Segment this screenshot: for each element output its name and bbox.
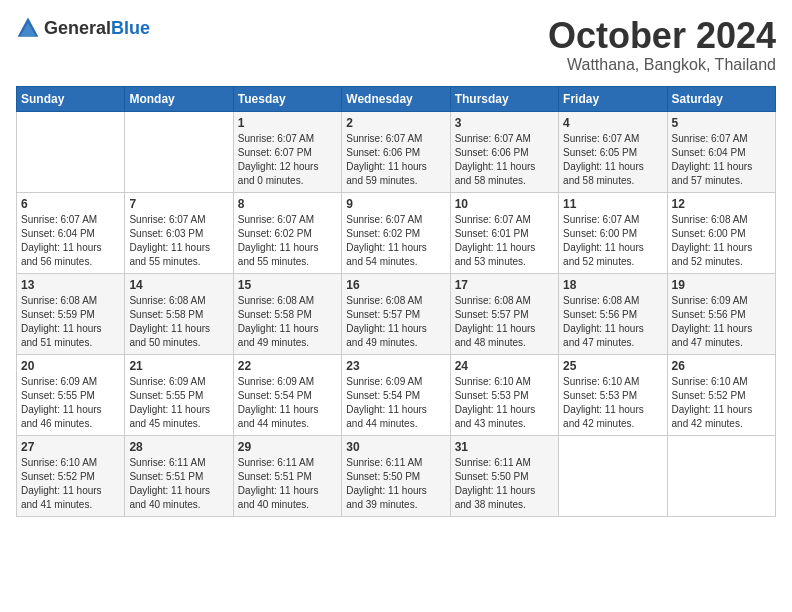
calendar-cell: 5Sunrise: 6:07 AM Sunset: 6:04 PM Daylig… (667, 111, 775, 192)
logo: GeneralBlue (16, 16, 150, 40)
day-info: Sunrise: 6:07 AM Sunset: 6:05 PM Dayligh… (563, 132, 662, 188)
calendar-cell: 20Sunrise: 6:09 AM Sunset: 5:55 PM Dayli… (17, 354, 125, 435)
day-number: 13 (21, 278, 120, 292)
day-number: 30 (346, 440, 445, 454)
month-title: October 2024 (548, 16, 776, 56)
day-info: Sunrise: 6:10 AM Sunset: 5:52 PM Dayligh… (672, 375, 771, 431)
calendar-cell: 3Sunrise: 6:07 AM Sunset: 6:06 PM Daylig… (450, 111, 558, 192)
calendar-cell: 24Sunrise: 6:10 AM Sunset: 5:53 PM Dayli… (450, 354, 558, 435)
weekday-header-thursday: Thursday (450, 86, 558, 111)
day-info: Sunrise: 6:11 AM Sunset: 5:50 PM Dayligh… (455, 456, 554, 512)
day-info: Sunrise: 6:08 AM Sunset: 5:56 PM Dayligh… (563, 294, 662, 350)
calendar-cell: 19Sunrise: 6:09 AM Sunset: 5:56 PM Dayli… (667, 273, 775, 354)
day-number: 3 (455, 116, 554, 130)
day-info: Sunrise: 6:09 AM Sunset: 5:54 PM Dayligh… (238, 375, 337, 431)
day-number: 24 (455, 359, 554, 373)
calendar-cell: 29Sunrise: 6:11 AM Sunset: 5:51 PM Dayli… (233, 435, 341, 516)
day-number: 17 (455, 278, 554, 292)
page-header: GeneralBlue October 2024 Watthana, Bangk… (16, 16, 776, 74)
calendar-cell (125, 111, 233, 192)
day-number: 4 (563, 116, 662, 130)
day-number: 28 (129, 440, 228, 454)
logo-general: General (44, 18, 111, 38)
day-number: 7 (129, 197, 228, 211)
day-number: 2 (346, 116, 445, 130)
calendar-cell (17, 111, 125, 192)
day-info: Sunrise: 6:07 AM Sunset: 6:00 PM Dayligh… (563, 213, 662, 269)
calendar-cell: 13Sunrise: 6:08 AM Sunset: 5:59 PM Dayli… (17, 273, 125, 354)
title-block: October 2024 Watthana, Bangkok, Thailand (548, 16, 776, 74)
day-info: Sunrise: 6:11 AM Sunset: 5:51 PM Dayligh… (129, 456, 228, 512)
day-info: Sunrise: 6:10 AM Sunset: 5:53 PM Dayligh… (455, 375, 554, 431)
day-info: Sunrise: 6:07 AM Sunset: 6:06 PM Dayligh… (455, 132, 554, 188)
calendar-cell (559, 435, 667, 516)
day-number: 25 (563, 359, 662, 373)
day-number: 11 (563, 197, 662, 211)
location-title: Watthana, Bangkok, Thailand (548, 56, 776, 74)
day-number: 18 (563, 278, 662, 292)
day-info: Sunrise: 6:11 AM Sunset: 5:50 PM Dayligh… (346, 456, 445, 512)
calendar-cell: 9Sunrise: 6:07 AM Sunset: 6:02 PM Daylig… (342, 192, 450, 273)
calendar-table: SundayMondayTuesdayWednesdayThursdayFrid… (16, 86, 776, 517)
day-number: 26 (672, 359, 771, 373)
calendar-cell: 1Sunrise: 6:07 AM Sunset: 6:07 PM Daylig… (233, 111, 341, 192)
day-info: Sunrise: 6:08 AM Sunset: 5:57 PM Dayligh… (455, 294, 554, 350)
weekday-header-monday: Monday (125, 86, 233, 111)
calendar-cell: 2Sunrise: 6:07 AM Sunset: 6:06 PM Daylig… (342, 111, 450, 192)
calendar-cell: 7Sunrise: 6:07 AM Sunset: 6:03 PM Daylig… (125, 192, 233, 273)
calendar-cell: 18Sunrise: 6:08 AM Sunset: 5:56 PM Dayli… (559, 273, 667, 354)
calendar-cell (667, 435, 775, 516)
day-number: 1 (238, 116, 337, 130)
day-info: Sunrise: 6:11 AM Sunset: 5:51 PM Dayligh… (238, 456, 337, 512)
day-info: Sunrise: 6:09 AM Sunset: 5:54 PM Dayligh… (346, 375, 445, 431)
calendar-cell: 28Sunrise: 6:11 AM Sunset: 5:51 PM Dayli… (125, 435, 233, 516)
calendar-cell: 22Sunrise: 6:09 AM Sunset: 5:54 PM Dayli… (233, 354, 341, 435)
day-info: Sunrise: 6:08 AM Sunset: 6:00 PM Dayligh… (672, 213, 771, 269)
week-row-3: 13Sunrise: 6:08 AM Sunset: 5:59 PM Dayli… (17, 273, 776, 354)
day-number: 29 (238, 440, 337, 454)
calendar-cell: 27Sunrise: 6:10 AM Sunset: 5:52 PM Dayli… (17, 435, 125, 516)
day-number: 10 (455, 197, 554, 211)
day-number: 19 (672, 278, 771, 292)
day-number: 9 (346, 197, 445, 211)
logo-blue: Blue (111, 18, 150, 38)
weekday-header-tuesday: Tuesday (233, 86, 341, 111)
calendar-cell: 12Sunrise: 6:08 AM Sunset: 6:00 PM Dayli… (667, 192, 775, 273)
day-info: Sunrise: 6:08 AM Sunset: 5:57 PM Dayligh… (346, 294, 445, 350)
calendar-cell: 14Sunrise: 6:08 AM Sunset: 5:58 PM Dayli… (125, 273, 233, 354)
day-info: Sunrise: 6:07 AM Sunset: 6:03 PM Dayligh… (129, 213, 228, 269)
day-number: 23 (346, 359, 445, 373)
day-info: Sunrise: 6:09 AM Sunset: 5:55 PM Dayligh… (21, 375, 120, 431)
day-number: 8 (238, 197, 337, 211)
day-info: Sunrise: 6:07 AM Sunset: 6:04 PM Dayligh… (672, 132, 771, 188)
week-row-1: 1Sunrise: 6:07 AM Sunset: 6:07 PM Daylig… (17, 111, 776, 192)
day-number: 16 (346, 278, 445, 292)
day-info: Sunrise: 6:07 AM Sunset: 6:02 PM Dayligh… (238, 213, 337, 269)
calendar-cell: 23Sunrise: 6:09 AM Sunset: 5:54 PM Dayli… (342, 354, 450, 435)
calendar-cell: 30Sunrise: 6:11 AM Sunset: 5:50 PM Dayli… (342, 435, 450, 516)
day-number: 31 (455, 440, 554, 454)
calendar-cell: 31Sunrise: 6:11 AM Sunset: 5:50 PM Dayli… (450, 435, 558, 516)
calendar-cell: 16Sunrise: 6:08 AM Sunset: 5:57 PM Dayli… (342, 273, 450, 354)
logo-icon (16, 16, 40, 40)
calendar-cell: 4Sunrise: 6:07 AM Sunset: 6:05 PM Daylig… (559, 111, 667, 192)
day-number: 27 (21, 440, 120, 454)
weekday-header-sunday: Sunday (17, 86, 125, 111)
day-info: Sunrise: 6:07 AM Sunset: 6:06 PM Dayligh… (346, 132, 445, 188)
day-number: 22 (238, 359, 337, 373)
weekday-header-friday: Friday (559, 86, 667, 111)
calendar-cell: 21Sunrise: 6:09 AM Sunset: 5:55 PM Dayli… (125, 354, 233, 435)
day-info: Sunrise: 6:10 AM Sunset: 5:53 PM Dayligh… (563, 375, 662, 431)
calendar-cell: 26Sunrise: 6:10 AM Sunset: 5:52 PM Dayli… (667, 354, 775, 435)
day-number: 21 (129, 359, 228, 373)
day-info: Sunrise: 6:08 AM Sunset: 5:58 PM Dayligh… (238, 294, 337, 350)
day-number: 14 (129, 278, 228, 292)
day-info: Sunrise: 6:07 AM Sunset: 6:02 PM Dayligh… (346, 213, 445, 269)
week-row-4: 20Sunrise: 6:09 AM Sunset: 5:55 PM Dayli… (17, 354, 776, 435)
calendar-cell: 6Sunrise: 6:07 AM Sunset: 6:04 PM Daylig… (17, 192, 125, 273)
day-info: Sunrise: 6:10 AM Sunset: 5:52 PM Dayligh… (21, 456, 120, 512)
week-row-2: 6Sunrise: 6:07 AM Sunset: 6:04 PM Daylig… (17, 192, 776, 273)
calendar-cell: 8Sunrise: 6:07 AM Sunset: 6:02 PM Daylig… (233, 192, 341, 273)
day-number: 6 (21, 197, 120, 211)
week-row-5: 27Sunrise: 6:10 AM Sunset: 5:52 PM Dayli… (17, 435, 776, 516)
